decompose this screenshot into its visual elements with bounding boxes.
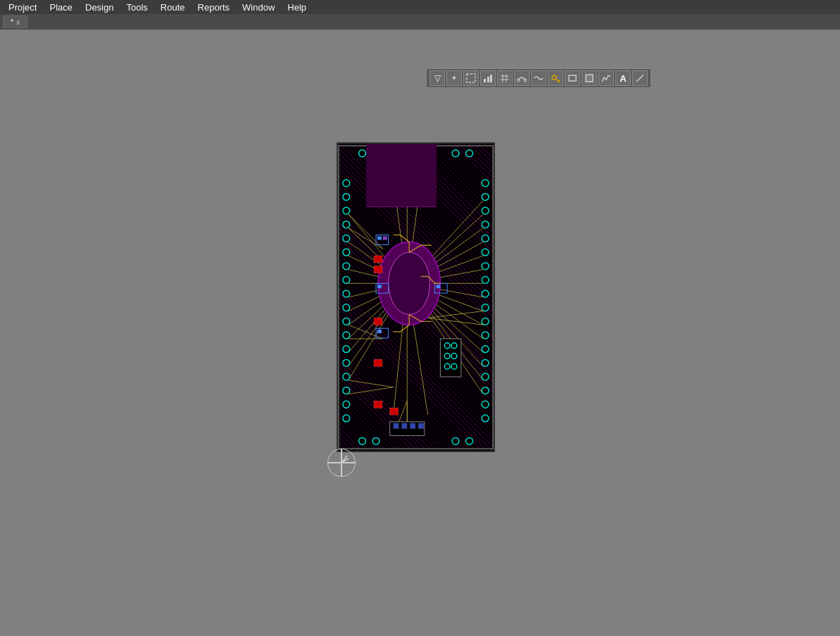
svg-line-37 [407,242,483,283]
svg-line-42 [407,283,483,311]
svg-point-121 [482,235,489,242]
svg-line-31 [349,283,407,352]
menu-tools[interactable]: Tools [120,1,153,13]
svg-line-22 [349,228,407,284]
svg-rect-75 [383,237,387,240]
toolbar-rect-select-btn[interactable] [463,70,479,86]
svg-line-47 [407,283,483,380]
svg-line-41 [407,283,483,297]
svg-line-38 [407,256,483,283]
toolbar-filter-btn[interactable]: ▽ [430,70,445,86]
svg-rect-98 [418,423,424,429]
svg-point-138 [466,150,473,157]
toolbar: ▽ + [426,68,651,88]
menu-project[interactable]: Project [3,1,42,13]
svg-line-21 [349,214,407,283]
svg-point-128 [482,332,489,339]
svg-line-30 [349,283,407,339]
menu-place[interactable]: Place [44,1,78,13]
svg-point-124 [482,277,489,284]
svg-line-24 [349,256,407,283]
svg-rect-73 [376,235,389,245]
active-tab[interactable]: * x [3,15,27,28]
svg-line-62 [349,387,394,394]
menu-window[interactable]: Window [237,1,280,13]
crosshair-diagonals [327,449,356,477]
svg-point-123 [482,263,489,270]
svg-point-89 [451,343,457,349]
svg-line-27 [349,283,407,297]
toolbar-chart-btn[interactable] [480,70,496,86]
svg-point-101 [343,207,350,214]
svg-point-116 [343,415,350,422]
svg-point-127 [482,318,489,325]
svg-line-33 [349,283,407,380]
top-copper-region [366,144,437,207]
svg-point-113 [343,373,350,380]
toolbar-route1-btn[interactable] [514,70,529,86]
svg-rect-77 [377,285,382,288]
toolbar-key-btn[interactable] [548,70,563,86]
svg-line-63 [394,401,408,435]
svg-line-48 [407,283,483,394]
menu-route[interactable]: Route [155,1,191,13]
toolbar-shape-btn[interactable] [565,70,580,86]
svg-line-29 [349,283,407,325]
svg-line-36 [407,228,483,284]
svg-point-120 [482,221,489,228]
svg-point-108 [343,304,350,311]
svg-rect-3 [490,75,492,82]
toolbar-crop-btn[interactable] [582,70,597,86]
svg-line-34 [407,200,483,283]
svg-point-107 [343,290,350,297]
toolbar-grid-btn[interactable] [497,70,513,86]
toolbar-line-btn[interactable] [632,70,648,86]
svg-point-112 [343,359,350,366]
svg-point-133 [482,401,489,408]
svg-point-125 [482,290,489,297]
svg-rect-2 [487,77,489,82]
svg-point-105 [343,263,350,270]
svg-point-102 [343,221,350,228]
svg-point-126 [482,304,489,311]
svg-point-90 [444,354,450,359]
menu-help[interactable]: Help [282,1,312,13]
svg-rect-94 [390,422,425,436]
svg-point-134 [482,415,489,422]
svg-line-45 [407,283,483,352]
menu-reports[interactable]: Reports [192,1,236,13]
toolbar-add-btn[interactable]: + [446,70,462,86]
svg-line-28 [349,283,407,311]
svg-rect-69 [374,318,382,325]
svg-point-92 [444,363,450,369]
svg-point-114 [343,387,350,394]
svg-point-142 [466,437,473,444]
svg-line-32 [349,283,407,366]
svg-line-46 [407,283,483,366]
crosshair-cursor [327,449,356,477]
svg-rect-72 [390,408,399,415]
svg-rect-97 [410,423,415,429]
svg-line-39 [407,270,483,284]
svg-rect-76 [376,283,389,293]
svg-line-57 [349,325,383,339]
svg-point-140 [372,437,380,444]
svg-line-59 [428,311,484,318]
svg-line-52 [394,283,408,415]
tab-close-btn[interactable]: x [16,18,20,26]
toolbar-text-btn[interactable]: A [615,70,631,86]
svg-point-91 [451,354,457,359]
toolbar-route2-btn[interactable] [531,70,546,86]
svg-line-61 [349,380,394,387]
svg-point-137 [452,150,459,157]
svg-rect-71 [374,401,382,408]
svg-rect-87 [440,339,460,377]
svg-point-93 [451,363,457,369]
svg-rect-14 [569,75,576,81]
toolbar-stats-btn[interactable] [598,70,614,86]
canvas-area[interactable]: ▽ + [0,30,840,636]
svg-rect-67 [374,256,382,263]
svg-line-55 [349,214,383,249]
menu-design[interactable]: Design [80,1,119,13]
svg-point-141 [452,437,459,444]
